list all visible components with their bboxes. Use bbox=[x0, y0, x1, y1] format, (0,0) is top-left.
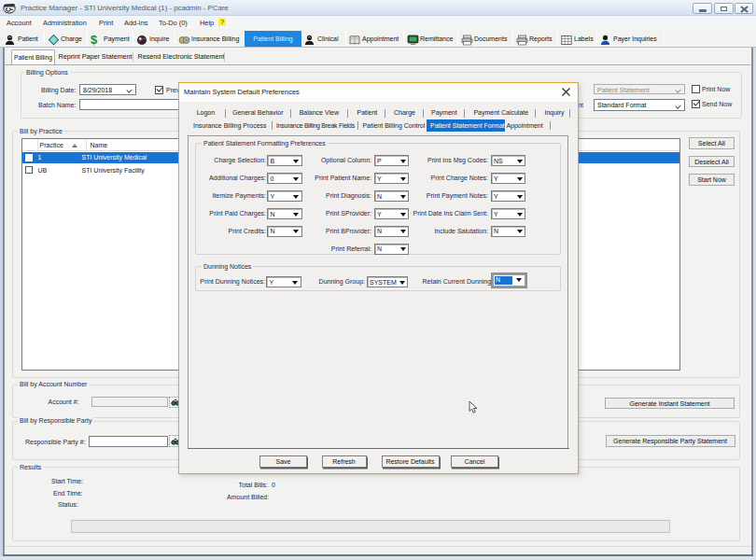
svg-text:$: $ bbox=[91, 34, 98, 46]
